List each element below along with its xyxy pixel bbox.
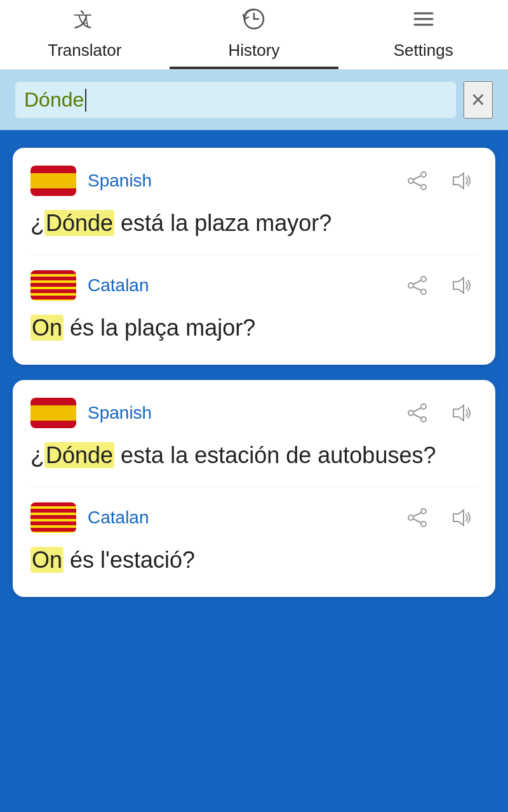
source-lang-name-2: Spanish [88, 403, 390, 423]
svg-point-26 [421, 521, 426, 527]
svg-point-13 [408, 283, 413, 288]
svg-point-6 [421, 172, 426, 177]
svg-point-14 [421, 289, 426, 294]
search-bar: Dónde × [0, 70, 508, 130]
speaker-button-target-1[interactable] [444, 272, 478, 299]
source-highlight-1: Dónde [44, 210, 114, 236]
tab-translator-label: Translator [48, 41, 121, 60]
source-text-2: ¿Dónde esta la estación de autobuses? [30, 440, 478, 471]
tab-history[interactable]: History [170, 0, 339, 69]
target-highlight-1: On [30, 315, 64, 341]
svg-point-24 [421, 509, 426, 514]
svg-marker-17 [453, 278, 464, 293]
nav-bar: 文 A Translator History Settings [0, 0, 508, 70]
content-area: Spanish ¿Dónde está la plaza may [0, 130, 508, 615]
svg-marker-29 [453, 510, 464, 525]
card-divider-1 [30, 254, 478, 255]
svg-line-28 [413, 519, 421, 523]
source-lang-row-1: Spanish [30, 166, 478, 196]
svg-line-9 [413, 176, 421, 180]
svg-line-22 [413, 414, 421, 418]
catalan-flag-1 [30, 270, 76, 301]
card-divider-2 [30, 487, 478, 487]
svg-point-20 [421, 417, 426, 422]
target-lang-row-1: Catalan [30, 270, 478, 301]
speaker-button-source-1[interactable] [444, 167, 478, 195]
share-button-source-1[interactable] [401, 167, 433, 194]
share-button-target-2[interactable] [401, 504, 433, 531]
tab-history-label: History [229, 41, 280, 60]
text-cursor [85, 89, 86, 112]
settings-icon [411, 7, 436, 37]
svg-line-15 [413, 280, 421, 284]
history-icon [242, 7, 266, 37]
search-value: Dónde [24, 88, 84, 112]
svg-line-16 [413, 287, 421, 291]
svg-point-7 [408, 178, 413, 183]
translator-icon: 文 A [72, 7, 97, 37]
share-button-source-2[interactable] [401, 400, 433, 426]
tab-settings-label: Settings [394, 41, 453, 60]
target-highlight-2: On [30, 547, 64, 573]
svg-point-12 [421, 277, 426, 282]
tab-translator[interactable]: 文 A Translator [0, 0, 170, 69]
target-text-after-1: és la plaça major? [64, 315, 255, 341]
target-lang-name-2: Catalan [88, 508, 390, 528]
share-button-target-1[interactable] [401, 272, 433, 299]
target-text-2: On és l'estació? [30, 544, 478, 576]
source-text-after-1: está la plaza mayor? [114, 210, 331, 236]
source-text-before-2: ¿ [30, 442, 44, 468]
svg-point-18 [421, 404, 426, 409]
source-text-before-1: ¿ [30, 210, 44, 236]
source-highlight-2: Dónde [44, 442, 114, 468]
svg-line-27 [413, 513, 421, 516]
svg-text:A: A [81, 16, 89, 29]
svg-line-10 [413, 182, 421, 186]
search-input[interactable]: Dónde [15, 82, 456, 118]
svg-marker-11 [453, 173, 464, 188]
tab-settings[interactable]: Settings [338, 0, 508, 69]
spanish-flag-2 [30, 398, 76, 428]
clear-button[interactable]: × [464, 81, 493, 119]
source-text-1: ¿Dónde está la plaza mayor? [30, 207, 478, 239]
svg-point-8 [421, 185, 426, 190]
source-lang-row-2: Spanish [30, 398, 478, 428]
spanish-flag-1 [30, 166, 76, 196]
svg-point-19 [408, 410, 413, 416]
target-lang-row-2: Catalan [30, 502, 478, 533]
source-lang-name-1: Spanish [88, 171, 390, 191]
catalan-flag-2 [30, 502, 76, 533]
target-text-1: On és la plaça major? [30, 312, 478, 344]
svg-marker-23 [453, 405, 464, 421]
target-text-after-2: és l'estació? [64, 547, 195, 573]
svg-point-25 [408, 515, 413, 520]
translation-card-2: Spanish ¿Dónde esta la estación [13, 380, 495, 597]
source-text-after-2: esta la estación de autobuses? [114, 442, 436, 468]
speaker-button-source-2[interactable] [444, 399, 478, 427]
target-lang-name-1: Catalan [88, 275, 390, 296]
speaker-button-target-2[interactable] [444, 504, 478, 532]
svg-line-21 [413, 408, 421, 412]
translation-card-1: Spanish ¿Dónde está la plaza may [13, 148, 495, 365]
